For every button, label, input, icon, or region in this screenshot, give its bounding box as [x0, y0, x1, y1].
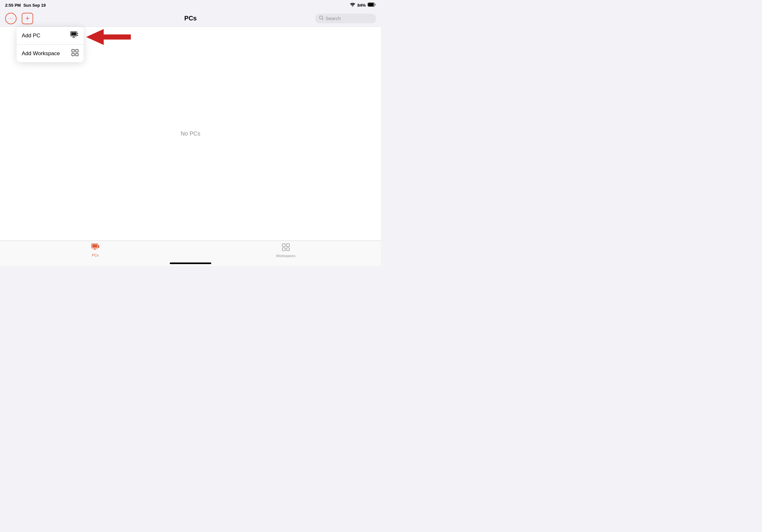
wifi-icon — [350, 3, 355, 8]
svg-rect-22 — [286, 244, 289, 246]
battery-icon — [368, 3, 376, 8]
tab-pcs[interactable]: PCs — [0, 243, 190, 257]
date: Sun Sep 19 — [23, 3, 45, 8]
add-pc-label: Add PC — [22, 33, 40, 39]
svg-rect-24 — [286, 248, 289, 251]
svg-line-4 — [322, 19, 323, 20]
dropdown-menu: Add PC Add Workspace — [17, 27, 84, 62]
nav-bar: ··· + PCs Search — [0, 10, 381, 27]
add-pc-menu-item[interactable]: Add PC — [17, 27, 84, 45]
add-button[interactable]: + — [22, 13, 33, 24]
search-placeholder: Search — [326, 16, 341, 21]
tab-pcs-label: PCs — [92, 253, 99, 257]
tab-workspaces-label: Workspaces — [276, 254, 295, 258]
svg-rect-12 — [76, 49, 78, 52]
svg-rect-14 — [76, 53, 78, 56]
svg-marker-15 — [86, 29, 131, 45]
tab-workspaces[interactable]: Workspaces — [190, 243, 381, 258]
tab-bar: PCs Workspaces — [0, 240, 381, 266]
status-left: 2:55 PM Sun Sep 19 — [5, 3, 45, 8]
battery-percentage: 84% — [357, 3, 366, 8]
svg-rect-21 — [282, 244, 285, 246]
svg-rect-17 — [92, 244, 97, 247]
search-icon — [319, 16, 324, 21]
add-workspace-menu-item[interactable]: Add Workspace — [17, 45, 84, 62]
nav-right: Search — [315, 14, 376, 23]
svg-rect-20 — [98, 245, 99, 248]
more-button[interactable]: ··· — [5, 13, 17, 24]
red-arrow — [86, 28, 131, 46]
page-title: PCs — [185, 15, 197, 22]
workspace-icon — [71, 49, 79, 58]
pc-tab-icon — [91, 243, 100, 252]
svg-rect-11 — [72, 49, 74, 52]
ellipsis-icon: ··· — [8, 16, 13, 21]
home-indicator — [170, 262, 211, 264]
nav-left: ··· + — [5, 13, 33, 24]
svg-point-0 — [352, 6, 353, 7]
svg-rect-6 — [71, 32, 76, 35]
status-bar: 2:55 PM Sun Sep 19 84% — [0, 0, 381, 10]
svg-rect-13 — [72, 53, 74, 56]
add-workspace-label: Add Workspace — [22, 50, 60, 57]
time: 2:55 PM — [5, 3, 21, 8]
pc-icon — [70, 31, 79, 40]
plus-icon: + — [26, 15, 30, 22]
svg-rect-10 — [77, 34, 78, 35]
workspace-tab-icon — [282, 243, 290, 253]
svg-rect-2 — [368, 3, 374, 6]
empty-state-text: No PCs — [181, 130, 200, 137]
svg-rect-23 — [282, 248, 285, 251]
status-right: 84% — [350, 3, 376, 8]
search-bar[interactable]: Search — [315, 14, 376, 23]
